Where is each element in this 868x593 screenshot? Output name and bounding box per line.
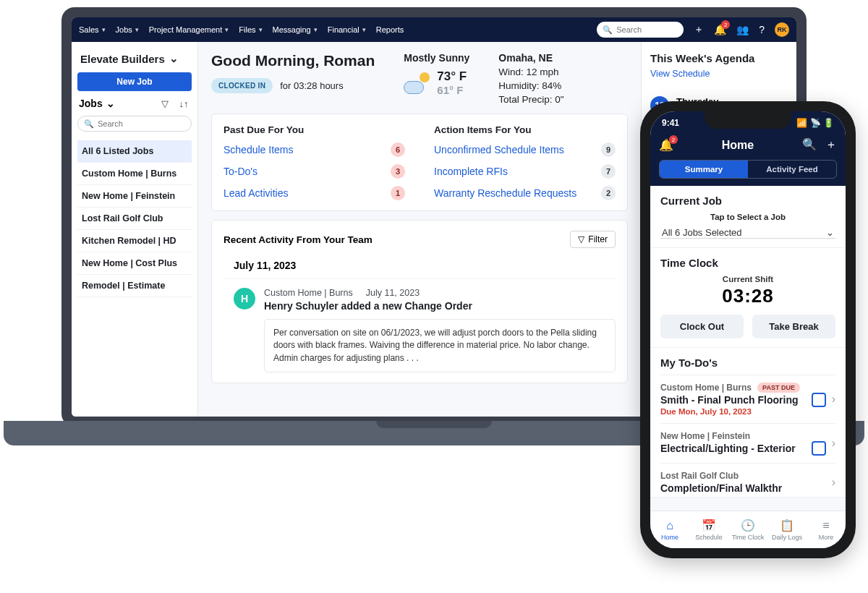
past-due-card: Past Due For You Schedule Items6 To-Do's… <box>211 114 628 211</box>
top-nav: Sales▾ Jobs▾ Project Management▾ Files▾ … <box>72 17 796 42</box>
sidebar-search[interactable]: 🔍 <box>77 116 192 132</box>
search-input[interactable] <box>616 25 667 34</box>
sidebar-search-input[interactable] <box>98 119 185 128</box>
todo-job: Custom Home | Burns <box>660 383 752 393</box>
action-item-link[interactable]: Incomplete RFIs <box>434 166 508 177</box>
chevron-right-icon: › <box>832 437 835 450</box>
todo-checkbox[interactable] <box>812 393 826 407</box>
phone-add-icon[interactable]: ＋ <box>825 137 837 153</box>
count-badge: 6 <box>391 142 405 157</box>
todo-item[interactable]: Lost Rail Golf Club Completion/Final Wal… <box>660 463 835 497</box>
chevron-down-icon: ▾ <box>135 26 139 33</box>
nav-files[interactable]: Files▾ <box>239 25 262 34</box>
search-icon: 🔍 <box>84 119 94 129</box>
my-todos-section: My To-Do's Custom Home | BurnsPAST DUE S… <box>650 348 846 498</box>
todo-item[interactable]: New Home | Feinstein Electrical/Lighting… <box>660 423 835 456</box>
job-item[interactable]: All 6 Listed Jobs <box>77 140 192 163</box>
todo-due: Due Mon, July 10, 2023 <box>660 407 806 416</box>
view-schedule-link[interactable]: View Schedule <box>650 69 788 79</box>
add-icon[interactable]: ＋ <box>694 23 704 36</box>
my-todos-title: My To-Do's <box>660 357 835 369</box>
precip: Total Precip: 0" <box>498 94 563 105</box>
bell-icon[interactable]: 🔔2 <box>714 24 726 35</box>
activity-item[interactable]: H Custom Home | Burns July 11, 2023 Henr… <box>224 279 616 372</box>
clipboard-icon: 📋 <box>780 519 794 532</box>
search-icon: 🔍 <box>603 25 613 35</box>
job-item[interactable]: New Home | Cost Plus <box>77 252 192 275</box>
activity-note: Per conversation on site on 06/1/2023, w… <box>264 319 616 372</box>
global-search[interactable]: 🔍 <box>597 22 684 38</box>
job-item[interactable]: Kitchen Remodel | HD <box>77 230 192 252</box>
sidebar: Elevate Builders⌄ New Job Jobs⌄ ▽ ↓↑ 🔍 A… <box>72 42 198 417</box>
job-selector[interactable]: All 6 Jobs Selected ⌄ <box>660 221 835 239</box>
help-icon[interactable]: ? <box>759 24 765 35</box>
nav-project-management[interactable]: Project Management▾ <box>149 25 229 34</box>
company-selector[interactable]: Elevate Builders⌄ <box>77 51 192 67</box>
status-time: 9:41 <box>662 118 679 128</box>
activity-headline: Henry Schuyler added a new Change Order <box>264 300 616 312</box>
phone-bell-icon[interactable]: 🔔2 <box>659 138 673 152</box>
nav-financial[interactable]: Financial▾ <box>328 25 366 34</box>
count-badge: 7 <box>601 164 616 179</box>
job-item[interactable]: Custom Home | Burns <box>77 163 192 185</box>
todo-item[interactable]: Custom Home | BurnsPAST DUE Smith - Fina… <box>660 375 835 416</box>
phone-frame: 9:41 📶 📡 🔋 🔔2 Home 🔍 ＋ Summary Activity … <box>640 101 856 558</box>
count-badge: 3 <box>391 164 405 179</box>
temp-low: 61° F <box>437 84 467 96</box>
job-item[interactable]: Remodel | Estimate <box>77 275 192 297</box>
new-job-button[interactable]: New Job <box>77 72 192 91</box>
jobs-dropdown[interactable]: Jobs⌄ <box>79 98 153 109</box>
action-item-link[interactable]: Warranty Reschedule Requests <box>434 187 576 199</box>
nav-jobs[interactable]: Jobs▾ <box>116 25 139 34</box>
tab-home[interactable]: ⌂Home <box>650 511 689 548</box>
count-badge: 9 <box>601 142 616 157</box>
tab-schedule[interactable]: 📅Schedule <box>689 511 728 548</box>
chevron-down-icon: ▾ <box>102 26 106 33</box>
todo-title: Smith - Final Punch Flooring <box>660 394 806 406</box>
past-due-link[interactable]: Schedule Items <box>224 144 294 155</box>
user-avatar[interactable]: RK <box>775 22 789 37</box>
tab-daily-logs[interactable]: 📋Daily Logs <box>767 511 807 548</box>
people-icon[interactable]: 👥 <box>736 24 749 35</box>
activity-card: Recent Activity From Your Team ▽Filter J… <box>211 220 628 383</box>
tab-summary[interactable]: Summary <box>660 161 748 178</box>
temp-high: 73° F <box>437 69 467 84</box>
action-item-link[interactable]: Unconfirmed Schedule Items <box>434 144 564 155</box>
clock-out-button[interactable]: Clock Out <box>660 315 744 338</box>
menu-icon: ≡ <box>822 519 829 532</box>
dashboard: Good Morning, Roman CLOCKED IN for 03:28… <box>198 42 641 417</box>
todo-checkbox[interactable] <box>812 441 826 456</box>
todo-title: Electrical/Lighting - Exterior <box>660 443 806 454</box>
phone-search-icon[interactable]: 🔍 <box>802 137 817 153</box>
chevron-down-icon: ▾ <box>314 26 318 33</box>
todo-job: Lost Rail Golf Club <box>660 471 739 481</box>
filter-icon[interactable]: ▽ <box>158 97 171 110</box>
clock-icon: 🕒 <box>741 519 755 532</box>
chevron-down-icon: ▾ <box>362 26 366 33</box>
tab-activity-feed[interactable]: Activity Feed <box>748 161 836 178</box>
chevron-down-icon: ⌄ <box>106 98 115 109</box>
tab-time-clock[interactable]: 🕒Time Clock <box>728 511 767 548</box>
past-due-link[interactable]: Lead Activities <box>224 187 289 199</box>
phone-tab-bar: ⌂Home 📅Schedule 🕒Time Clock 📋Daily Logs … <box>650 511 846 548</box>
nav-messaging[interactable]: Messaging▾ <box>273 25 318 34</box>
nav-sales[interactable]: Sales▾ <box>79 25 106 34</box>
tab-more[interactable]: ≡More <box>807 511 846 548</box>
time-clock-title: Time Clock <box>660 257 835 269</box>
nav-reports[interactable]: Reports <box>376 25 404 34</box>
activity-title: Recent Activity From Your Team <box>224 234 373 245</box>
sort-icon[interactable]: ↓↑ <box>177 97 190 110</box>
weather-label: Mostly Sunny <box>404 52 469 64</box>
location-label: Omaha, NE <box>498 52 563 64</box>
action-items-title: Action Items For You <box>434 124 616 135</box>
past-due-badge: PAST DUE <box>757 383 800 393</box>
job-item[interactable]: Lost Rail Golf Club <box>77 208 192 230</box>
job-item[interactable]: New Home | Feinstein <box>77 185 192 208</box>
past-due-link[interactable]: To-Do's <box>224 166 258 177</box>
agenda-title: This Week's Agenda <box>650 52 788 64</box>
filter-button[interactable]: ▽Filter <box>570 231 616 248</box>
clocked-in-badge: CLOCKED IN <box>211 78 273 93</box>
chevron-down-icon: ⌄ <box>169 52 179 65</box>
todo-title: Completion/Final Walkthr <box>660 482 826 494</box>
take-break-button[interactable]: Take Break <box>752 315 835 338</box>
